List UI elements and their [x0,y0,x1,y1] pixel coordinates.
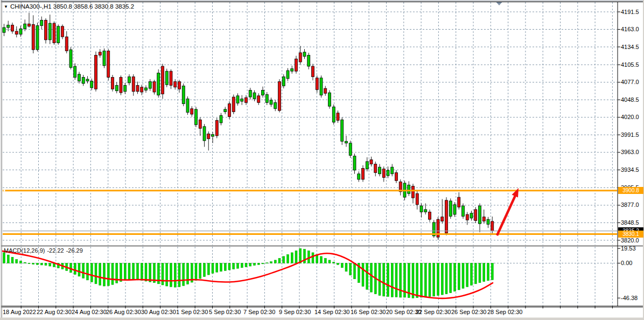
price-axis-label: 4163.0 [621,26,639,32]
time-axis-label: 22 Aug 02:30 [37,309,72,315]
time-axis-label: 7 Sep 02:30 [243,309,275,315]
price-axis-label: 4191.5 [621,9,639,15]
support-price-tag[interactable]: 3830.1 [618,231,643,238]
time-axis-label: 22 Sep 02:30 [416,309,451,315]
price-axis-label: 4134.5 [621,44,639,50]
price-axis-label: 4077.0 [621,79,639,85]
time-axis-label: 30 Aug 02:30 [141,309,176,315]
macd-axis-label: 19.53 [621,246,636,252]
price-axis-label: 4048.5 [621,97,639,103]
time-axis-label: 14 Sep 02:30 [314,309,349,315]
price-axis-label: 3934.5 [621,167,639,173]
time-axis-label: 28 Sep 02:30 [487,309,522,315]
time-axis-label: 16 Sep 02:30 [351,309,386,315]
time-axis-label: 1 Sep 02:30 [176,309,208,315]
price-axis-label: 4020.0 [621,114,639,120]
price-axis-label: 3848.5 [621,220,639,226]
macd-value-signal: -26.29 [66,247,83,254]
macd-axis-label: -46.38 [621,295,638,301]
time-axis-label: 5 Sep 02:30 [209,309,241,315]
macd-indicator-label: MACD(12,26,9)-22.22-26.29 [4,247,85,254]
macd-axis-label: 0.00 [621,260,632,266]
symbol-dropdown-icon[interactable]: ▼ [4,4,8,9]
time-axis-label: 9 Sep 02:30 [279,309,311,315]
price-axis-label: 3820.0 [621,238,639,244]
time-axis-label: 26 Sep 02:30 [451,309,486,315]
macd-value-main: -22.22 [47,247,64,254]
price-axis-label: 4105.5 [621,62,639,68]
chart-canvas[interactable] [0,0,644,320]
time-axis-label: 26 Aug 02:30 [106,309,141,315]
price-axis-label: 3991.5 [621,132,639,138]
price-axis-label: 3963.0 [621,149,639,155]
chart-window: ▼CHINA300-,H1 3850.8 3858.6 3830.8 3835.… [0,0,644,320]
time-axis-label: 18 Aug 2022 [3,309,36,315]
macd-name: MACD(12,26,9) [4,247,45,254]
time-axis-label: 24 Aug 02:30 [72,309,107,315]
price-axis-label: 3877.0 [621,202,639,208]
resistance-price-tag[interactable]: 3900.8 [618,187,643,194]
ohlc-values: 3850.8 3858.6 3830.8 3835.2 [53,3,134,10]
resistance-line[interactable] [3,190,617,191]
chart-title: ▼CHINA300-,H1 3850.8 3858.6 3830.8 3835.… [4,3,134,10]
symbol-period-label: CHINA300-,H1 [10,3,52,10]
